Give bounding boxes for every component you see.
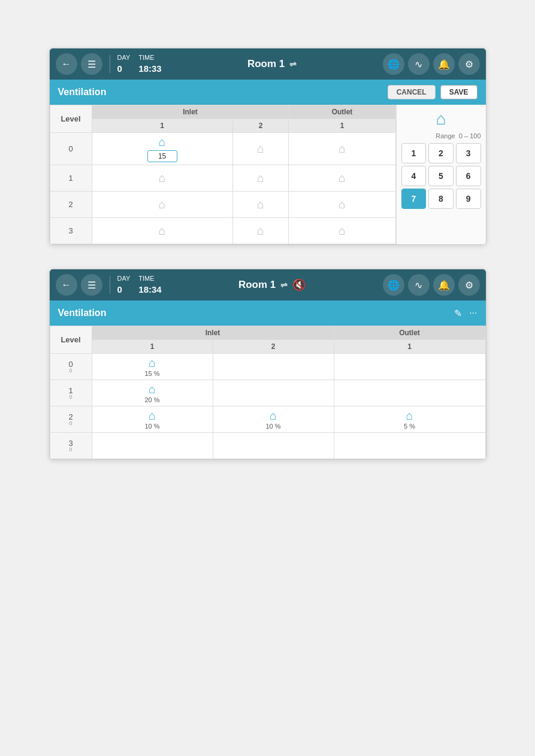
menu-button-2[interactable]: ☰	[81, 274, 102, 296]
level-cell-2: 20	[50, 406, 92, 433]
table-row: 00 ⌂ 15 %	[50, 354, 485, 380]
more-icon[interactable]: ···	[469, 308, 477, 318]
key-2[interactable]: 2	[428, 143, 454, 163]
back-button-2[interactable]: ←	[56, 274, 77, 296]
wifi-button[interactable]: ∿	[408, 53, 430, 75]
house-icon-inactive: ⌂	[159, 224, 166, 238]
house-icon-inactive: ⌂	[338, 171, 346, 185]
level-header: Level	[50, 105, 92, 133]
day-label: DAY	[117, 53, 131, 62]
cell-outlet1-0[interactable]: ⌂	[289, 133, 395, 165]
cell-outlet1-3[interactable]: ⌂	[289, 218, 395, 244]
bell-button-2[interactable]: 🔔	[433, 274, 455, 296]
outlet2-col-1: 1	[334, 340, 485, 354]
keypad-grid: 1 2 3 4 5 6 7 8 9	[401, 143, 481, 209]
day-label-2: DAY	[117, 274, 131, 283]
cell2-inlet2-2[interactable]: ⌂ 10 %	[213, 406, 334, 433]
bell-button[interactable]: 🔔	[433, 53, 455, 75]
house-icon-active: ⌂	[406, 409, 413, 423]
keypad-section: ⌂ Range 0 – 100 1 2 3 4 5 6 7 8 9	[396, 105, 486, 244]
sub-header-2: Ventilation ✎ ···	[50, 300, 486, 326]
time-label: TIME	[138, 53, 161, 62]
cell-inlet2-0[interactable]: ⌂	[232, 133, 289, 165]
globe-button-2[interactable]: 🌐	[383, 274, 404, 296]
cell-outlet1-1[interactable]: ⌂	[289, 165, 395, 192]
table-row: 2 ⌂ ⌂	[50, 192, 395, 218]
house-icon-inactive: ⌂	[159, 198, 166, 211]
house-icon-inactive: ⌂	[257, 198, 264, 211]
ventilation-table-2: Level Inlet Outlet 1 2 1	[50, 326, 486, 459]
time-value-2: 18:34	[138, 283, 161, 296]
house-icon-inactive: ⌂	[257, 224, 264, 238]
day-value: 0	[117, 62, 131, 75]
day-value-2: 0	[117, 283, 131, 296]
key-5[interactable]: 5	[428, 166, 454, 186]
day-block-2: DAY 0	[117, 274, 131, 296]
transfer-icon-2: ⇌	[280, 280, 288, 290]
house-icon-inactive: ⌂	[159, 171, 166, 185]
cell2-inlet2-0[interactable]	[213, 354, 334, 380]
cell2-outlet1-2[interactable]: ⌂ 5 %	[334, 406, 485, 433]
cell-outlet1-2[interactable]: ⌂	[289, 192, 395, 218]
cell-inlet2-3[interactable]: ⌂	[232, 218, 289, 244]
divider-2	[110, 276, 110, 294]
top-right-icons-2: 🌐 ∿ 🔔 ⚙	[383, 274, 480, 296]
ventilation-table: Level Inlet Outlet 1 2 1 0	[50, 105, 396, 244]
cell-inlet2-2[interactable]: ⌂	[232, 192, 289, 218]
outlet-col-1: 1	[289, 119, 395, 133]
cell-inlet1-0[interactable]: ⌂	[92, 133, 232, 165]
key-7[interactable]: 7	[401, 189, 427, 209]
cancel-button[interactable]: CANCEL	[388, 85, 436, 99]
cell2-outlet1-3[interactable]	[334, 433, 485, 459]
level-header-2: Level	[50, 326, 92, 354]
key-4[interactable]: 4	[401, 166, 427, 186]
cell-inlet1-1[interactable]: ⌂	[92, 165, 232, 192]
level-cell: 1	[50, 165, 92, 192]
house-icon-inactive: ⌂	[338, 142, 346, 156]
key-3[interactable]: 3	[456, 143, 481, 163]
header-actions: CANCEL SAVE	[388, 85, 477, 99]
inlet1-0-input[interactable]	[147, 150, 177, 162]
back-button[interactable]: ←	[56, 53, 77, 75]
top-bar-2: ← ☰ DAY 0 TIME 18:34 Room 1 ⇌ 🔇 🌐 ∿ 🔔 ⚙	[50, 269, 486, 300]
house-icon-active: ⌂	[149, 356, 156, 370]
cell2-inlet1-0[interactable]: ⌂ 15 %	[92, 354, 213, 380]
house-icon-inactive: ⌂	[338, 224, 346, 238]
key-1[interactable]: 1	[401, 143, 427, 163]
settings-button-2[interactable]: ⚙	[458, 274, 480, 296]
level-cell: 3	[50, 218, 92, 244]
house-icon-active: ⌂	[270, 409, 277, 423]
top-right-icons: 🌐 ∿ 🔔 ⚙	[383, 53, 480, 75]
cell-inlet1-2[interactable]: ⌂	[92, 192, 232, 218]
pct-inlet2-2: 10 %	[266, 423, 281, 430]
inlet2-col-1: 1	[92, 340, 213, 354]
save-button[interactable]: SAVE	[440, 85, 477, 99]
inlet-col-1: 1	[92, 119, 232, 133]
cell2-outlet1-0[interactable]	[334, 354, 485, 380]
wifi-button-2[interactable]: ∿	[408, 274, 430, 296]
key-8[interactable]: 8	[428, 189, 454, 209]
level-cell: 0	[50, 133, 92, 165]
inlet2-col-2: 2	[213, 340, 334, 354]
cell2-inlet1-2[interactable]: ⌂ 10 %	[92, 406, 213, 433]
menu-button[interactable]: ☰	[81, 53, 102, 75]
house-icon-active: ⌂	[159, 135, 166, 149]
cell2-inlet1-3[interactable]	[92, 433, 213, 459]
outlet-header: Outlet	[289, 105, 395, 119]
level-cell-2: 30	[50, 433, 92, 459]
house-icon-inactive: ⌂	[338, 198, 346, 211]
cell2-inlet2-3[interactable]	[213, 433, 334, 459]
cell2-outlet1-1[interactable]	[334, 380, 485, 406]
key-6[interactable]: 6	[456, 166, 481, 186]
time-label-2: TIME	[138, 274, 161, 283]
house-icon-active: ⌂	[149, 409, 156, 423]
key-9[interactable]: 9	[456, 189, 481, 209]
cell-inlet2-1[interactable]: ⌂	[232, 165, 289, 192]
cell-inlet1-3[interactable]: ⌂	[92, 218, 232, 244]
edit-icon[interactable]: ✎	[454, 308, 462, 319]
time-value: 18:33	[138, 62, 161, 75]
settings-button[interactable]: ⚙	[458, 53, 480, 75]
cell2-inlet1-1[interactable]: ⌂ 20 %	[92, 380, 213, 406]
globe-button[interactable]: 🌐	[383, 53, 404, 75]
cell2-inlet2-1[interactable]	[213, 380, 334, 406]
